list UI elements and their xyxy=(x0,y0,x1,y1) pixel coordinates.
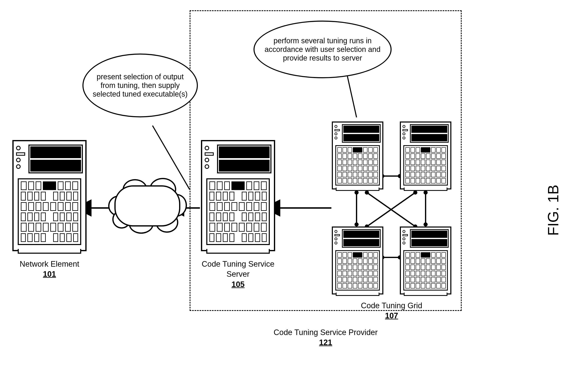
grid-node-bottom-left xyxy=(332,227,383,294)
service-server-label-text: Code Tuning Service Server xyxy=(202,260,274,278)
network-element-label: Network Element 101 xyxy=(12,259,86,279)
service-server-number: 105 xyxy=(231,280,244,289)
grid-bubble-text: perform several tuning runs in accordanc… xyxy=(263,37,382,62)
network-element-server xyxy=(12,140,86,251)
diagram-canvas: present selection of output from tuning,… xyxy=(0,0,588,383)
grid-node-bottom-right xyxy=(400,227,451,294)
network-element-label-text: Network Element xyxy=(20,260,79,268)
service-server-label: Code Tuning Service Server 105 xyxy=(197,259,279,289)
grid-node-top-right xyxy=(400,121,451,190)
code-tuning-server xyxy=(201,140,275,251)
server-speech-bubble: present selection of output from tuning,… xyxy=(83,54,198,117)
provider-label: Code Tuning Service Provider 121 xyxy=(264,327,387,348)
provider-number: 121 xyxy=(319,338,332,347)
network-element-number: 101 xyxy=(43,270,56,278)
server-bubble-text: present selection of output from tuning,… xyxy=(92,73,189,98)
grid-node-top-left xyxy=(332,121,383,190)
grid-speech-bubble: perform several tuning runs in accordanc… xyxy=(253,20,392,78)
provider-label-text: Code Tuning Service Provider xyxy=(274,328,378,337)
grid-label: Code Tuning Grid 107 xyxy=(350,301,433,321)
grid-number: 107 xyxy=(385,311,398,320)
grid-label-text: Code Tuning Grid xyxy=(361,301,422,310)
network-cloud: Network Cloud 103 Network Cloud 103 xyxy=(114,185,180,227)
figure-label: FIG. 1B xyxy=(545,185,562,236)
